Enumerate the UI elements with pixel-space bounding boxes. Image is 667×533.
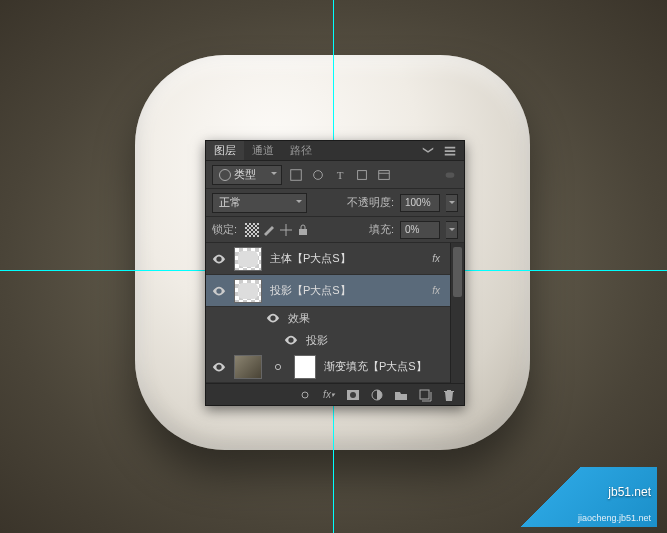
mask-icon[interactable] [346, 388, 360, 402]
filter-shape-icon[interactable] [354, 167, 370, 183]
group-icon[interactable] [394, 388, 408, 402]
visibility-toggle[interactable] [284, 333, 298, 347]
watermark: jb51.net jiaocheng.jb51.net [507, 467, 657, 527]
blend-mode-value: 正常 [219, 195, 241, 210]
svg-rect-0 [291, 169, 302, 180]
filter-kind-label: 类型 [234, 167, 256, 182]
mask-thumbnail[interactable] [294, 355, 316, 379]
layer-thumbnail[interactable] [234, 355, 262, 379]
visibility-toggle[interactable] [212, 360, 226, 374]
panel-collapse-icon[interactable] [420, 143, 436, 159]
filter-type-icon[interactable]: T [332, 167, 348, 183]
lock-all-icon[interactable] [296, 223, 310, 237]
filter-adjust-icon[interactable] [310, 167, 326, 183]
filter-smart-icon[interactable] [376, 167, 392, 183]
svg-rect-12 [420, 390, 429, 399]
link-layers-icon[interactable] [298, 388, 312, 402]
filter-pixel-icon[interactable] [288, 167, 304, 183]
svg-rect-2 [358, 170, 367, 179]
layer-name[interactable]: 渐变填充【P大点S】 [324, 359, 458, 374]
filter-kind-dropdown[interactable]: 类型 [212, 165, 282, 185]
filter-toggle-icon[interactable] [442, 167, 458, 183]
watermark-site: jb51.net [608, 485, 651, 499]
opacity-input[interactable]: 100% [400, 194, 440, 212]
panel-menu-icon[interactable] [442, 143, 458, 159]
lock-pixels-icon[interactable] [262, 223, 276, 237]
blend-row: 正常 不透明度: 100% [206, 189, 464, 217]
adjustment-icon[interactable] [370, 388, 384, 402]
svg-rect-3 [379, 170, 390, 179]
fx-badge[interactable]: fx [432, 253, 440, 264]
trash-icon[interactable] [442, 388, 456, 402]
lock-row: 锁定: 填充: 0% [206, 217, 464, 243]
svg-rect-8 [299, 229, 307, 235]
filter-row: 类型 T [206, 161, 464, 189]
layer-row[interactable]: 投影【P大点S】 fx [206, 275, 464, 307]
panel-footer: fx▾ [206, 383, 464, 405]
layer-name[interactable]: 投影【P大点S】 [270, 283, 424, 298]
layers-panel: 图层 通道 路径 类型 T 正常 不透明度: 100% 锁定: 填充: 0% [205, 140, 465, 406]
fill-label: 填充: [369, 222, 394, 237]
layer-name[interactable]: 主体【P大点S】 [270, 251, 424, 266]
layer-row[interactable]: 主体【P大点S】 fx [206, 243, 464, 275]
lock-transparent-icon[interactable] [245, 223, 259, 237]
watermark-sub: jiaocheng.jb51.net [578, 513, 651, 523]
svg-rect-5 [245, 223, 259, 237]
effect-name: 投影 [306, 333, 328, 348]
mask-link-icon[interactable] [270, 359, 286, 375]
effects-label: 效果 [288, 311, 310, 326]
tab-layers[interactable]: 图层 [206, 141, 244, 160]
blend-mode-dropdown[interactable]: 正常 [212, 193, 307, 213]
fx-badge[interactable]: fx [432, 285, 440, 296]
tab-paths[interactable]: 路径 [282, 141, 320, 160]
new-layer-icon[interactable] [418, 388, 432, 402]
opacity-stepper[interactable] [446, 194, 458, 212]
layers-list: 主体【P大点S】 fx 投影【P大点S】 fx 效果 投影 渐变填充【P大点S】 [206, 243, 464, 383]
svg-point-10 [350, 392, 356, 398]
fill-input[interactable]: 0% [400, 221, 440, 239]
layer-row[interactable]: 渐变填充【P大点S】 [206, 351, 464, 383]
svg-rect-4 [446, 172, 455, 177]
effects-header[interactable]: 效果 [206, 307, 464, 329]
visibility-toggle[interactable] [212, 284, 226, 298]
svg-point-1 [314, 170, 323, 179]
lock-label: 锁定: [212, 222, 237, 237]
tab-channels[interactable]: 通道 [244, 141, 282, 160]
scrollbar-thumb[interactable] [453, 247, 462, 297]
fill-stepper[interactable] [446, 221, 458, 239]
opacity-label: 不透明度: [347, 195, 394, 210]
visibility-toggle[interactable] [266, 311, 280, 325]
fx-menu-icon[interactable]: fx▾ [322, 388, 336, 402]
layers-scrollbar[interactable] [450, 243, 464, 383]
layer-thumbnail[interactable] [234, 279, 262, 303]
visibility-toggle[interactable] [212, 252, 226, 266]
layer-thumbnail[interactable] [234, 247, 262, 271]
effect-item[interactable]: 投影 [206, 329, 464, 351]
panel-tabs: 图层 通道 路径 [206, 141, 464, 161]
lock-position-icon[interactable] [279, 223, 293, 237]
